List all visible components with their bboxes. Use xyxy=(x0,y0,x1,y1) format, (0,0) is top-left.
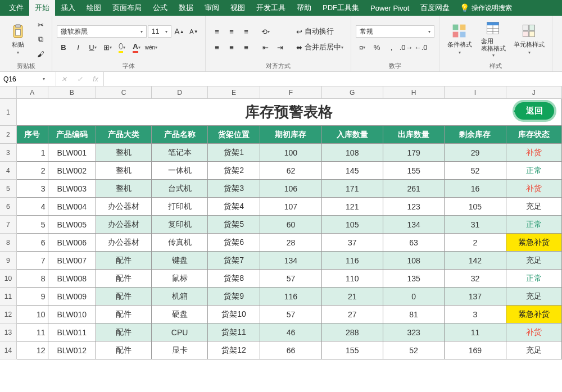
align-right-button[interactable]: ≡ xyxy=(239,41,253,53)
decrease-font-button[interactable]: A▼ xyxy=(187,25,201,38)
table-cell[interactable]: 紧急补货 xyxy=(506,234,562,252)
ribbon-tab-8[interactable]: 视图 xyxy=(225,0,251,16)
table-header-cell[interactable]: 产品名称 xyxy=(152,126,207,144)
number-format-combo[interactable]: 常规▾ xyxy=(356,25,434,38)
col-header-J[interactable]: J xyxy=(506,86,562,98)
col-header-F[interactable]: F xyxy=(260,86,321,98)
formula-input[interactable] xyxy=(104,72,562,86)
table-cell[interactable]: 货架3 xyxy=(208,180,260,198)
table-header-cell[interactable]: 货架位置 xyxy=(208,126,260,144)
table-cell[interactable]: BLW003 xyxy=(48,180,97,198)
ribbon-tab-11[interactable]: PDF工具集 xyxy=(317,0,365,16)
indent-inc-button[interactable]: ⇥ xyxy=(273,41,287,53)
table-cell[interactable]: BLW010 xyxy=(48,306,97,323)
table-cell[interactable]: 整机 xyxy=(96,144,152,162)
table-cell[interactable]: 配件 xyxy=(96,341,152,359)
row-header[interactable]: 5 xyxy=(0,180,17,198)
table-cell[interactable]: 62 xyxy=(260,162,321,180)
table-cell[interactable]: BLW008 xyxy=(48,270,97,288)
table-cell[interactable]: 12 xyxy=(17,341,48,359)
table-cell[interactable]: 52 xyxy=(383,341,445,359)
table-cell[interactable]: 充足 xyxy=(506,252,562,270)
table-cell[interactable]: 171 xyxy=(322,180,383,198)
merge-center-button[interactable]: ⬌ 合并后居中▾ xyxy=(293,41,346,53)
table-cell[interactable]: 11 xyxy=(445,323,506,341)
table-cell[interactable]: BLW009 xyxy=(48,288,97,306)
font-name-combo[interactable]: 微软雅黑▾ xyxy=(57,25,147,38)
col-header-G[interactable]: G xyxy=(322,86,383,98)
table-cell[interactable]: 11 xyxy=(17,323,48,341)
row-header[interactable]: 7 xyxy=(0,216,17,234)
tell-me-search[interactable]: 💡操作说明搜索 xyxy=(455,0,516,16)
row-header[interactable]: 3 xyxy=(0,144,17,162)
table-cell[interactable]: 货架7 xyxy=(208,252,260,270)
table-cell[interactable]: 108 xyxy=(383,252,445,270)
conditional-format-button[interactable]: 条件格式▾ xyxy=(444,24,475,55)
table-cell[interactable]: 100 xyxy=(260,144,321,162)
row-header[interactable]: 1 xyxy=(0,99,17,126)
table-header-cell[interactable]: 期初库存 xyxy=(260,126,321,144)
table-cell[interactable]: 121 xyxy=(322,198,383,216)
table-header-cell[interactable]: 出库数量 xyxy=(383,126,445,144)
table-cell[interactable]: 充足 xyxy=(506,198,562,216)
table-cell[interactable]: 57 xyxy=(260,270,321,288)
table-cell[interactable]: BLW007 xyxy=(48,252,97,270)
name-box-input[interactable] xyxy=(1,74,40,84)
table-cell[interactable]: 57 xyxy=(260,306,321,323)
table-cell[interactable]: 货架1 xyxy=(208,144,260,162)
align-bottom-button[interactable]: ≡ xyxy=(239,25,253,38)
table-header-cell[interactable]: 产品编码 xyxy=(48,126,97,144)
cancel-icon[interactable]: ✕ xyxy=(56,75,72,83)
underline-button[interactable]: U▾ xyxy=(86,41,99,53)
table-cell[interactable]: 台式机 xyxy=(152,180,207,198)
table-cell[interactable]: 261 xyxy=(383,180,445,198)
table-cell[interactable]: 29 xyxy=(445,144,506,162)
align-center-button[interactable]: ≡ xyxy=(225,41,238,53)
table-cell[interactable]: 货架8 xyxy=(208,270,260,288)
row-header[interactable]: 9 xyxy=(0,252,17,270)
table-cell[interactable]: 16 xyxy=(445,180,506,198)
table-header-cell[interactable]: 剩余库存 xyxy=(445,126,506,144)
table-cell[interactable]: CPU xyxy=(152,323,207,341)
table-cell[interactable]: 配件 xyxy=(96,270,152,288)
table-cell[interactable]: 116 xyxy=(322,252,383,270)
row-header[interactable]: 14 xyxy=(0,341,17,359)
row-header[interactable]: 13 xyxy=(0,323,17,341)
format-painter-button[interactable]: 🖌 xyxy=(34,48,47,60)
table-cell[interactable]: 货架10 xyxy=(208,306,260,323)
ribbon-tab-2[interactable]: 插入 xyxy=(55,0,81,16)
paste-button[interactable]: 粘贴 ▾ xyxy=(4,24,31,55)
font-color-button[interactable]: A▾ xyxy=(130,41,143,53)
row-header[interactable]: 12 xyxy=(0,306,17,323)
comma-button[interactable]: , xyxy=(385,41,398,53)
table-cell[interactable]: 10 xyxy=(17,306,48,323)
confirm-icon[interactable]: ✓ xyxy=(72,75,88,83)
increase-font-button[interactable]: A▲ xyxy=(173,25,186,38)
table-cell[interactable]: 货架11 xyxy=(208,323,260,341)
col-header-D[interactable]: D xyxy=(152,86,207,98)
font-size-combo[interactable]: 11▾ xyxy=(148,25,171,38)
wrap-text-button[interactable]: ↩ 自动换行 xyxy=(293,25,337,38)
table-cell[interactable]: 货架12 xyxy=(208,341,260,359)
copy-button[interactable]: ⧉ xyxy=(34,33,47,45)
align-left-button[interactable]: ≡ xyxy=(210,41,224,53)
table-cell[interactable]: 3 xyxy=(17,180,48,198)
table-cell[interactable]: 137 xyxy=(445,288,506,306)
ribbon-tab-4[interactable]: 页面布局 xyxy=(107,0,147,16)
table-cell[interactable]: 2 xyxy=(445,234,506,252)
table-cell[interactable]: 135 xyxy=(383,270,445,288)
table-cell[interactable]: 169 xyxy=(445,341,506,359)
row-header[interactable]: 10 xyxy=(0,270,17,288)
table-header-cell[interactable]: 库存状态 xyxy=(506,126,562,144)
chevron-down-icon[interactable]: ▾ xyxy=(40,76,47,81)
table-cell[interactable]: BLW005 xyxy=(48,216,97,234)
ribbon-tab-0[interactable]: 文件 xyxy=(3,0,29,16)
table-cell[interactable]: 4 xyxy=(17,198,48,216)
table-cell[interactable]: 108 xyxy=(322,144,383,162)
sheet-title[interactable]: 库存预警表格 xyxy=(17,99,562,126)
table-cell[interactable]: 155 xyxy=(322,341,383,359)
table-cell[interactable]: 31 xyxy=(445,216,506,234)
table-cell[interactable]: 硬盘 xyxy=(152,306,207,323)
table-cell[interactable]: BLW004 xyxy=(48,198,97,216)
table-cell[interactable]: 补货 xyxy=(506,323,562,341)
